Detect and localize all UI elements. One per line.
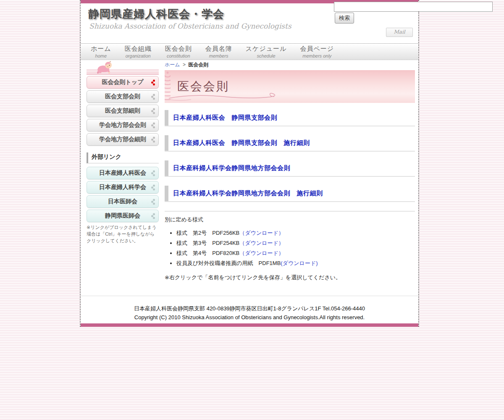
download-link[interactable]: (ダウンロード): [281, 260, 318, 266]
download-link[interactable]: （ダウンロード）: [239, 250, 284, 256]
forms-list: 様式 第2号 PDF256KB（ダウンロード） 様式 第3号 PDF254KB（…: [176, 229, 415, 267]
breadcrumb-separator: >: [183, 62, 186, 68]
nav-label: スケジュール: [246, 45, 287, 53]
nav-sublabel: constitution: [165, 53, 192, 58]
external-link-label: 静岡県医師会: [105, 212, 140, 220]
document-link-chihobukai-kaisoku[interactable]: 日本産科婦人科学会静岡県地方部会会則: [173, 164, 290, 172]
sidebar-item-label: 学会地方部会細則: [99, 136, 146, 143]
sidebar-item-label: 医会会則トップ: [102, 79, 144, 86]
mail-button[interactable]: Mail: [386, 28, 413, 37]
nav-item-constitution[interactable]: 医会会則 constitution: [158, 44, 199, 60]
nav-sublabel: schedule: [246, 53, 287, 58]
document-link-shibu-kaisoku[interactable]: 日本産婦人科医会 静岡県支部会則: [173, 114, 277, 122]
document-heading-row: 日本産婦人科医会 静岡県支部会則: [165, 110, 415, 126]
sidebar: 医会会則トップ 医会支部会則 医会支部細則 学会地方部会会則: [87, 60, 159, 244]
footer-address: 日本産婦人科医会静岡県支部 420-0839静岡市葵区日出町1-8グランパレス1…: [81, 305, 418, 312]
swirl-decoration: [167, 93, 285, 101]
main-content: ホーム > 医会会則 医会会則 日本産婦人科医会 静岡県支部会則 日本産婦人科医…: [165, 60, 415, 281]
footer: 日本産婦人科医会静岡県支部 420-0839静岡市葵区日出町1-8グランパレス1…: [81, 296, 418, 327]
nav-sublabel: organization: [125, 53, 152, 58]
nav-item-home[interactable]: ホーム home: [84, 44, 118, 60]
external-links-heading: 外部リンク: [87, 152, 159, 163]
search-button[interactable]: 検索: [335, 13, 354, 24]
baby-banner: [87, 60, 159, 76]
external-link-label: 日本産婦人科学会: [99, 184, 146, 191]
search-input[interactable]: [334, 2, 493, 12]
nav-item-organization[interactable]: 医会組織 organization: [118, 44, 158, 60]
form-label: 様式 第3号 PDF254KB: [176, 240, 239, 246]
document-heading-row: 日本産科婦人科学会静岡県地方部会会則 施行細則: [165, 186, 415, 202]
external-link-jma[interactable]: 日本医師会: [87, 195, 159, 208]
document-heading-row: 日本産科婦人科学会静岡県地方部会会則: [165, 160, 415, 177]
page-title-banner: 医会会則: [165, 70, 415, 103]
external-link-jsog[interactable]: 日本産婦人科学会: [87, 181, 159, 194]
footer-text-block: 日本産婦人科医会静岡県支部 420-0839静岡市葵区日出町1-8グランパレス1…: [81, 296, 418, 323]
nav-sublabel: members only: [300, 53, 334, 58]
nav-label: 会員ページ: [300, 45, 334, 53]
sidebar-item-label: 学会地方部会会則: [99, 121, 146, 129]
external-link-label: 日本医師会: [108, 198, 137, 205]
sidebar-item-label: 医会支部細則: [105, 107, 140, 115]
main-nav: ホーム home 医会組織 organization 医会会則 constitu…: [81, 43, 418, 60]
nav-label: ホーム: [91, 45, 111, 53]
sidebar-item-kaisoku-top[interactable]: 医会会則トップ: [87, 76, 159, 89]
dots-icon: [151, 79, 155, 86]
external-link-shizuoka-med[interactable]: 静岡県医師会: [87, 210, 159, 222]
dots-icon: [151, 122, 155, 129]
download-link[interactable]: （ダウンロード）: [239, 240, 284, 246]
page-title: 医会会則: [177, 79, 229, 94]
site-subtitle: Shizuoka Association of Obstericians and…: [89, 22, 291, 30]
form-label: 様式 第4号 PDF820KB: [176, 250, 239, 256]
download-link[interactable]: （ダウンロード）: [239, 230, 284, 236]
baby-illustration: [94, 61, 113, 74]
save-link-note: ※右クリックで「名前をつけてリンク先を保存」を選択してください。: [165, 274, 415, 281]
forms-list-item: 様式 第4号 PDF820KB（ダウンロード）: [176, 249, 415, 257]
footer-copyright: Copyright (C) 2010 Shizuoka Association …: [81, 314, 418, 320]
document-link-shibu-saisoku[interactable]: 日本産婦人科医会 静岡県支部会則 施行細則: [173, 139, 310, 147]
breadcrumb: ホーム > 医会会則: [165, 61, 415, 68]
heading-bar-decoration: [165, 135, 168, 151]
dots-icon: [151, 170, 155, 176]
divider: [165, 211, 415, 212]
sidebar-item-chihobukai-kaisoku[interactable]: 学会地方部会会則: [87, 119, 159, 131]
dots-icon: [151, 184, 155, 191]
page-container: 検索 Mail 静岡県産婦人科医会・学会 Shizuoka Associatio…: [80, 0, 419, 327]
external-link-jaog[interactable]: 日本産婦人科医会: [87, 167, 159, 179]
sidebar-item-label: 医会支部会則: [105, 93, 140, 100]
nav-sublabel: members: [205, 53, 232, 58]
document-link-chihobukai-saisoku[interactable]: 日本産科婦人科学会静岡県地方部会会則 施行細則: [173, 189, 323, 197]
dots-icon: [151, 108, 155, 114]
bottom-accent-bar: [81, 323, 418, 327]
forms-section-heading: 別に定める様式: [165, 216, 415, 223]
heading-bar-decoration: [165, 110, 168, 126]
form-label: 役員及び対外役職者推薦の用紙 PDF1MB: [176, 260, 281, 266]
form-label: 様式 第2号 PDF256KB: [176, 230, 239, 236]
dots-icon: [151, 213, 155, 219]
dots-icon: [151, 94, 155, 100]
document-heading-row: 日本産婦人科医会 静岡県支部会則 施行細則: [165, 135, 415, 152]
forms-list-item: 役員及び対外役職者推薦の用紙 PDF1MB(ダウンロード): [176, 260, 415, 267]
forms-list-item: 様式 第3号 PDF254KB（ダウンロード）: [176, 239, 415, 247]
heading-bar-decoration: [165, 186, 168, 201]
nav-label: 医会組織: [125, 45, 152, 53]
dots-icon: [151, 136, 155, 143]
breadcrumb-current: 医会会則: [188, 62, 208, 68]
sidebar-note: ※リンクがブロックされてしまう場合は「Ctrl」キーを押しながらクリックしてくだ…: [87, 224, 159, 244]
sidebar-item-chihobukai-saisoku[interactable]: 学会地方部会細則: [87, 133, 159, 146]
site-title: 静岡県産婦人科医会・学会: [88, 7, 224, 21]
dots-icon: [151, 199, 155, 205]
breadcrumb-home-link[interactable]: ホーム: [165, 62, 180, 68]
sidebar-item-shibu-saisoku[interactable]: 医会支部細則: [87, 105, 159, 117]
external-link-label: 日本産婦人科医会: [99, 169, 146, 177]
heading-bar-decoration: [165, 160, 168, 176]
nav-label: 医会会則: [165, 45, 192, 53]
sidebar-item-shibu-kaisoku[interactable]: 医会支部会則: [87, 90, 159, 103]
nav-item-members-only[interactable]: 会員ページ members only: [293, 44, 341, 60]
forms-list-item: 様式 第2号 PDF256KB（ダウンロード）: [176, 229, 415, 237]
nav-item-schedule[interactable]: スケジュール schedule: [239, 44, 294, 60]
nav-sublabel: home: [91, 53, 111, 58]
nav-item-members[interactable]: 会員名簿 members: [199, 44, 239, 60]
nav-label: 会員名簿: [205, 45, 232, 53]
